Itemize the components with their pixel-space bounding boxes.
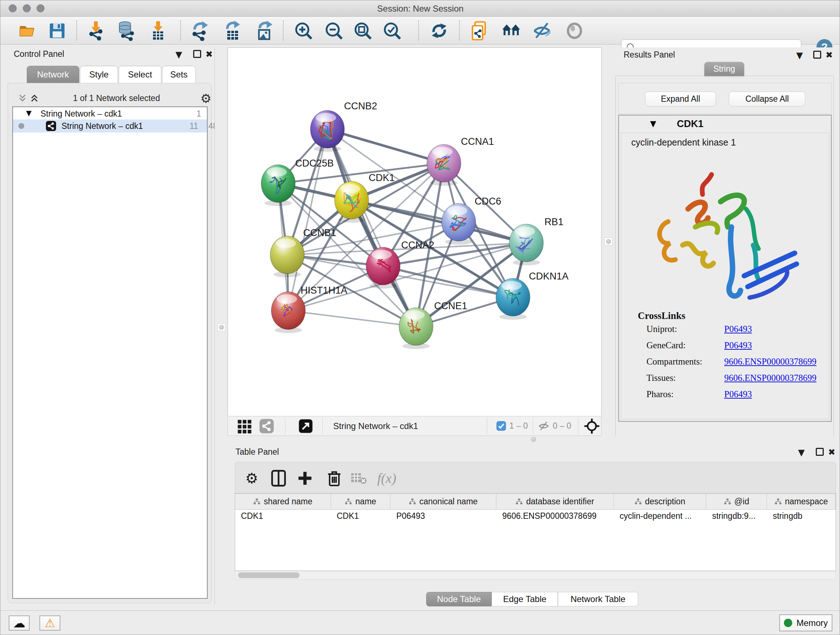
show-panel-button[interactable]	[563, 19, 586, 42]
add-column-button[interactable]	[295, 468, 315, 488]
function-builder-button[interactable]: f(x)	[372, 468, 401, 488]
memory-button[interactable]: Memory	[779, 614, 832, 631]
delete-column-button[interactable]	[324, 468, 344, 488]
expand-all-icon[interactable]	[30, 93, 39, 103]
attribute-icon	[345, 498, 352, 505]
tab-network[interactable]: Network	[27, 66, 79, 83]
share-session-button[interactable]	[469, 19, 492, 42]
save-session-button[interactable]	[46, 19, 69, 42]
open-session-button[interactable]	[16, 19, 39, 42]
network-canvas[interactable]: CCNB2CCNA1CDC25BCDK1CDC6RB1CCNB1CCNA2CDK…	[227, 48, 602, 416]
export-image-button[interactable]	[253, 19, 276, 42]
import-network-file-button[interactable]	[84, 19, 107, 42]
column-header--id[interactable]: @id	[706, 494, 767, 509]
export-table-button[interactable]	[221, 19, 245, 42]
node-description: cyclin-dependent kinase 1	[631, 137, 736, 148]
string-home-button[interactable]	[500, 19, 523, 42]
collapse-all-icon[interactable]	[18, 93, 27, 103]
tab-network-table[interactable]: Network Table	[558, 592, 638, 606]
horizontal-splitter[interactable]	[227, 436, 840, 443]
column-header-name[interactable]: name	[331, 494, 391, 509]
tab-string[interactable]: String	[704, 62, 744, 76]
collection-expand-icon[interactable]: ▼	[26, 109, 32, 117]
zoom-fit-button[interactable]	[351, 19, 374, 42]
tab-sets[interactable]: Sets	[162, 66, 196, 83]
crosslink-link[interactable]: P06493	[724, 389, 752, 399]
import-table-button[interactable]	[147, 19, 170, 42]
tab-node-table[interactable]: Node Table	[426, 592, 492, 606]
detach-view-button[interactable]	[298, 416, 313, 435]
export-network-button[interactable]	[188, 19, 211, 42]
show-columns-button[interactable]	[268, 468, 289, 488]
network-view-button[interactable]	[259, 416, 274, 435]
crosslink-link[interactable]: P06493	[724, 340, 752, 350]
zoom-in-button[interactable]	[292, 19, 315, 42]
network-node-CDKN1A[interactable]: CDKN1A	[496, 271, 569, 320]
table-panel-menu-icon[interactable]: ▼	[798, 448, 805, 457]
table-row[interactable]: CDK1CDK1P064939606.ENSP00000378699cyclin…	[235, 510, 836, 523]
collapse-all-button[interactable]: Collapse All	[729, 92, 805, 106]
column-label: name	[355, 497, 376, 507]
table-panel-float-icon[interactable]	[816, 448, 824, 456]
refresh-button[interactable]	[428, 19, 451, 42]
tab-select[interactable]: Select	[118, 66, 161, 83]
tab-edge-table[interactable]: Edge Table	[492, 592, 558, 606]
hide-panel-button[interactable]	[531, 19, 554, 42]
table-hscrollbar[interactable]	[235, 571, 836, 580]
left-splitter-handle[interactable]	[218, 323, 225, 331]
table-cell: stringdb	[767, 510, 836, 523]
network-edge[interactable]	[288, 310, 416, 326]
open-folder-icon	[18, 21, 37, 40]
results-panel-close-icon[interactable]: ✖	[826, 51, 833, 59]
column-header-database-identifier[interactable]: database identifier	[496, 494, 614, 509]
right-splitter-handle[interactable]	[605, 238, 613, 245]
crosslink-link[interactable]: 9606.ENSP00000378699	[724, 356, 816, 367]
cloud-status-button[interactable]: ☁	[9, 616, 30, 631]
control-panel-menu-icon[interactable]: ▼	[175, 50, 182, 59]
node-section-header[interactable]: ▼ CDK1	[619, 116, 831, 132]
control-panel-float-icon[interactable]	[193, 50, 201, 58]
control-panel-close-icon[interactable]: ✖	[205, 50, 213, 59]
network-edge[interactable]	[288, 129, 327, 310]
expand-all-button[interactable]: Expand All	[645, 92, 716, 106]
network-graph[interactable]: CCNB2CCNA1CDC25BCDK1CDC6RB1CCNB1CCNA2CDK…	[228, 48, 601, 416]
zoom-selected-button[interactable]	[381, 19, 404, 42]
table-toolbar: ⚙ f(x)	[235, 462, 836, 494]
birdseye-view-button[interactable]	[584, 416, 600, 435]
left-splitter[interactable]	[215, 48, 227, 604]
network-node-CCNB2[interactable]: CCNB2	[310, 101, 377, 152]
results-panel-float-icon[interactable]	[813, 51, 821, 59]
network-edge[interactable]	[327, 129, 444, 163]
network-row-selected[interactable]: String Network – cdk1 11 48	[13, 119, 207, 133]
network-node-CDC6[interactable]: CDC6	[442, 196, 501, 245]
tab-style[interactable]: Style	[80, 66, 118, 83]
hidden-toggle[interactable]	[538, 416, 550, 435]
delete-table-button[interactable]	[348, 468, 369, 488]
table-hscrollbar-thumb[interactable]	[238, 572, 300, 578]
crosslink-link[interactable]: P06493	[724, 324, 752, 334]
table-panel-close-icon[interactable]: ✖	[828, 448, 835, 456]
network-node-CCNE1[interactable]: CCNE1	[399, 301, 467, 349]
export-image-icon	[255, 21, 275, 41]
section-collapse-icon[interactable]: ▼	[650, 119, 656, 128]
network-node-RB1[interactable]: RB1	[509, 217, 564, 265]
column-header-description[interactable]: description	[614, 494, 706, 509]
zoom-out-button[interactable]	[322, 19, 346, 42]
warnings-button[interactable]: ⚠	[39, 616, 60, 631]
column-header-canonical-name[interactable]: canonical name	[390, 494, 496, 509]
horizontal-splitter-handle[interactable]	[531, 437, 536, 442]
network-edge[interactable]	[327, 129, 416, 326]
table-settings-button[interactable]: ⚙	[242, 468, 262, 488]
grid-view-button[interactable]	[236, 416, 253, 435]
selected-checkbox[interactable]	[496, 416, 506, 435]
column-header-shared-name[interactable]: shared name	[235, 494, 331, 509]
right-splitter[interactable]	[602, 48, 615, 436]
results-panel-menu-icon[interactable]: ▼	[796, 51, 803, 60]
import-network-database-button[interactable]	[115, 19, 138, 42]
status-bar: ☁ ⚠ Memory	[0, 610, 840, 635]
network-collection-row[interactable]: ▼ String Network – cdk1 1	[13, 108, 207, 119]
network-node-HIST1H1A[interactable]: HIST1H1A	[271, 285, 347, 333]
network-options-gear-icon[interactable]: ⚙	[201, 91, 211, 106]
crosslink-link[interactable]: 9606.ENSP00000378699	[724, 373, 816, 383]
column-header-namespace[interactable]: namespace	[767, 494, 836, 509]
